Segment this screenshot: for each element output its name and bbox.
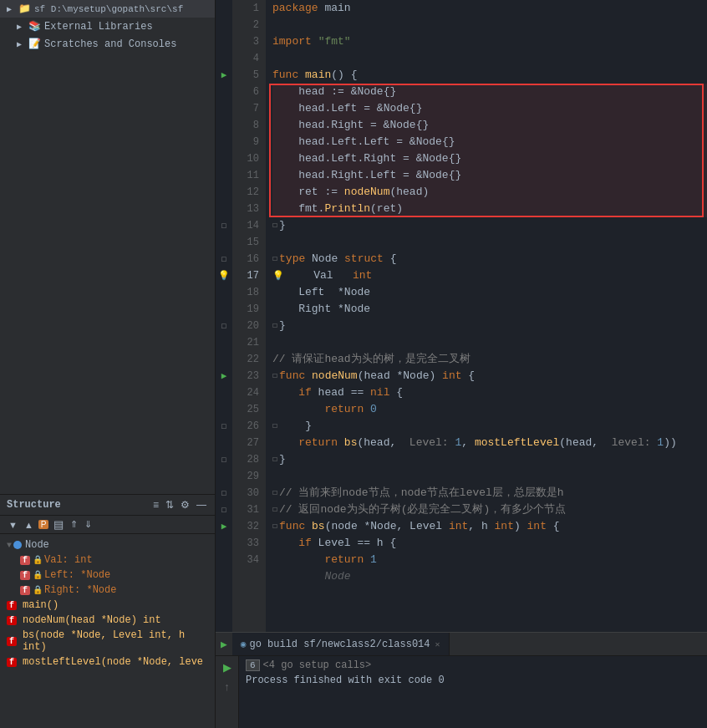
struct-item-node[interactable]: ▼ Node [0,537,215,552]
struct-nodenum-label: nodeNum(head *Node) int [23,614,161,626]
fold-gutter-14[interactable]: ◻ [216,217,232,234]
badge-f-main: f [7,601,17,610]
ln-34: 34 [232,552,259,568]
struct-bs-label: bs(node *Node, Level int, h int) [23,629,208,653]
ln-28: 28 [232,451,259,468]
struct-sort2[interactable]: ⇓ [83,518,94,531]
ln-20: 20 [232,318,259,334]
lock-left-icon: 🔒 [33,570,43,580]
fold-gutter-16[interactable]: ◻ [216,251,232,267]
gutter-11 [216,167,232,184]
arrow-icon: ▶ [7,4,17,14]
ln-32: 32 [232,518,259,535]
sidebar-item-sf[interactable]: ▶ 📁 sf D:\mysetup\gopath\src\sf [0,0,215,18]
gutter-2 [216,17,232,33]
run-play-button[interactable]: ▶ [221,659,233,675]
code-line-10: head.Left.Right = &Node{} [272,150,707,167]
ln-16: 16 [232,251,259,267]
gutter-18 [216,284,232,301]
node-circle-icon [13,541,22,549]
struct-sort1[interactable]: ⇑ [69,518,79,531]
run-tab-main[interactable]: ◉ go build sf/newclass2/class014 ✕ [232,633,450,655]
sidebar-tree: ▶ 📁 sf D:\mysetup\gopath\src\sf ▶ 📚 Exte… [0,0,215,494]
gutter-17: 💡 [216,267,232,284]
run-stop-button[interactable]: ↑ [222,679,231,695]
run-tab-close[interactable]: ✕ [435,639,440,649]
gutter-3 [216,33,232,50]
code-line-6: head := &Node{} [272,84,707,100]
structure-content: ▼ Node f 🔒 Val: int f 🔒 Left: *Node [0,534,215,728]
fold-gutter-20[interactable]: ◻ [216,318,232,334]
code-line-12: ret := nodeNum(head) [272,184,707,201]
sidebar-item-external-libs-label: External Libraries [44,21,153,33]
run-gutter-23[interactable]: ▶ [216,368,232,384]
code-content: ▶ ◻ ◻ 💡 ◻ ▶ ◻ [216,0,707,632]
struct-item-right[interactable]: f 🔒 Right: *Node [0,583,215,598]
struct-mostleftlevel-label: mostLeftLevel(node *Node, leve [23,656,203,668]
struct-main-label: main() [23,599,58,611]
ln-2: 2 [232,17,259,33]
sidebar-item-scratches-label: Scratches and Consoles [44,38,176,50]
run-tab-go-icon: ◉ [241,639,247,649]
fold-gutter-30[interactable]: ◻ [216,485,232,501]
line-numbers: 1 2 3 4 5 6 7 8 9 10 11 12 13 14 15 16 1… [232,0,266,632]
ln-27: 27 [232,435,259,451]
collapse-all[interactable]: ▲ [23,519,35,531]
code-lines: package main import "fmt" func main() { … [266,0,707,632]
ln-17: 17 [232,267,259,284]
struct-item-bs[interactable]: f bs(node *Node, Level int, h int) [0,628,215,654]
struct-filter-public[interactable]: P [38,520,49,529]
code-line-13: fmt.Println(ret) [272,201,707,217]
structure-close[interactable]: — [195,498,208,512]
run-gutter-32[interactable]: ▶ [216,518,232,535]
ln-4: 4 [232,50,259,67]
ln-31: 31 [232,501,259,518]
code-line-27: return bs(head, Level: 1, mostLeftLevel(… [272,435,707,451]
structure-settings[interactable]: ⚙ [179,498,191,512]
selection-container: head := &Node{} head.Left = &Node{} head… [272,84,707,217]
fold-gutter-31[interactable]: ◻ [216,501,232,518]
sidebar-item-scratches[interactable]: ▶ 📝 Scratches and Consoles [0,35,215,53]
gutter-27 [216,435,232,451]
ln-14: 14 [232,217,259,234]
gutter-34 [216,552,232,568]
fold-gutter-28[interactable]: ◻ [216,451,232,468]
lock-val-icon: 🔒 [33,555,43,565]
fold-gutter-26[interactable]: ◻ [216,418,232,435]
gutter-15 [216,234,232,251]
code-line-4 [272,50,707,67]
code-line-9: head.Left.Left = &Node{} [272,134,707,150]
code-line-14: ◻} [272,217,707,234]
gutter-13 [216,201,232,217]
ln-15: 15 [232,234,259,251]
ln-13: 13 [232,201,259,217]
expand-all[interactable]: ▼ [7,519,19,531]
badge-f-nodenum: f [7,616,17,625]
structure-sort-alpha[interactable]: ≡ [151,498,160,512]
sidebar: ▶ 📁 sf D:\mysetup\gopath\src\sf ▶ 📚 Exte… [0,0,216,728]
ln-26: 26 [232,418,259,435]
editor-area: ▶ ◻ ◻ 💡 ◻ ▶ ◻ [216,0,707,728]
gutter-1 [216,0,232,17]
struct-item-val[interactable]: f 🔒 Val: int [0,552,215,568]
run-gutter-5[interactable]: ▶ [216,67,232,84]
code-line-22: // 请保证head为头的树，是完全二叉树 [272,351,707,368]
struct-filter-func[interactable]: ▤ [52,517,65,532]
scratch-icon: 📝 [28,38,41,50]
struct-item-mostleftlevel[interactable]: f mostLeftLevel(node *Node, leve [0,654,215,669]
struct-item-main[interactable]: f main() [0,598,215,613]
code-line-7: head.Left = &Node{} [272,100,707,117]
struct-node-label: Node [25,539,49,551]
struct-item-nodenum[interactable]: f nodeNum(head *Node) int [0,613,215,628]
code-line-18: Left *Node [272,284,707,301]
gutter-12 [216,184,232,201]
gutter-33 [216,535,232,552]
struct-item-left[interactable]: f 🔒 Left: *Node [0,568,215,583]
code-line-15 [272,234,707,251]
sidebar-item-external-libs[interactable]: ▶ 📚 External Libraries [0,18,215,35]
structure-title: Structure [7,499,61,511]
code-line-3: import "fmt" [272,33,707,50]
structure-sort-type[interactable]: ⇅ [164,498,175,512]
run-cmd-line: 6 <4 go setup calls> [246,659,700,671]
node-expand-icon: ▼ [7,541,12,550]
